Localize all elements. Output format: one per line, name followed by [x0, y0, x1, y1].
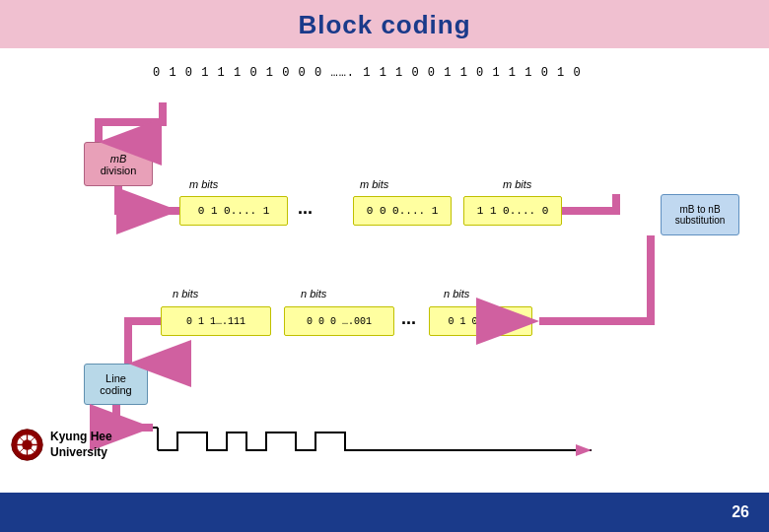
diagram-svg — [0, 48, 769, 501]
mb-division-box: mB division — [84, 142, 153, 186]
label-top-left: m bits — [189, 178, 218, 190]
bottom-box-3: 0 1 0 ….101 — [429, 306, 532, 336]
label-bottom-right: n bits — [444, 288, 469, 299]
bottom-box-1: 0 1 1….111 — [161, 306, 271, 336]
slide-title: Block coding — [0, 10, 769, 40]
bottom-box-2: 0 0 0 ….001 — [284, 306, 394, 336]
mb-to-nb-line2: substitution — [675, 215, 726, 226]
title-bar: Block coding — [0, 0, 769, 48]
university-name: Kyung HeeUniversity — [50, 430, 112, 460]
line-coding-line2: coding — [100, 384, 131, 396]
mb-division-line2: division — [101, 165, 137, 176]
label-top-mid: m bits — [360, 178, 388, 190]
label-bottom-mid: n bits — [301, 288, 326, 299]
top-box-2: 0 0 0.... 1 — [353, 196, 452, 226]
label-top-right: m bits — [503, 178, 531, 190]
line-coding-line1: Line — [105, 372, 126, 384]
page-number: 26 — [732, 503, 749, 521]
university-area: Kyung HeeUniversity — [10, 428, 112, 462]
university-logo-icon — [10, 428, 44, 462]
bottom-dots: ... — [401, 308, 416, 329]
bottom-bar: 26 — [0, 493, 769, 532]
mb-to-nb-box: mB to nB substitution — [661, 194, 739, 235]
top-box-1: 0 1 0.... 1 — [179, 196, 288, 226]
bit-stream: 0 1 0 1 1 1 0 1 0 0 0 ……. 1 1 1 0 0 1 1 … — [153, 66, 582, 80]
top-box-3: 1 1 0.... 0 — [463, 196, 562, 226]
label-bottom-left: n bits — [173, 288, 198, 299]
mb-division-line1: mB — [110, 153, 127, 165]
line-coding-box: Line coding — [84, 364, 148, 405]
top-dots: ... — [298, 198, 313, 219]
main-content: 0 1 0 1 1 1 0 1 0 0 0 ……. 1 1 1 0 0 1 1 … — [0, 48, 769, 501]
mb-to-nb-line1: mB to nB — [679, 204, 720, 215]
